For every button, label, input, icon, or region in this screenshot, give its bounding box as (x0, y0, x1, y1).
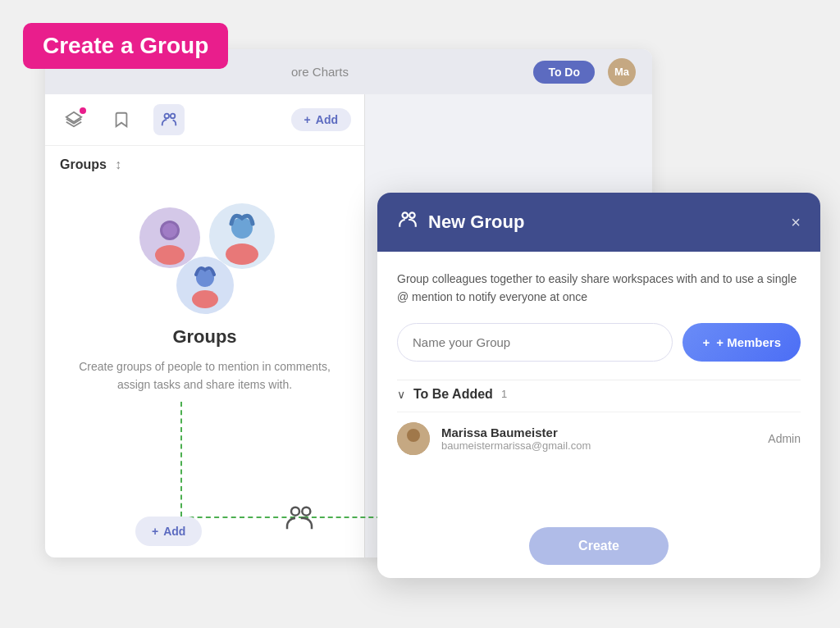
group-name-input[interactable] (397, 323, 673, 362)
member-avatar (397, 422, 430, 455)
modal-title: New Group (428, 212, 781, 233)
create-btn-label: Create (578, 539, 619, 553)
svg-point-21 (407, 429, 420, 442)
members-btn-label: + Members (716, 335, 781, 349)
svg-point-19 (409, 212, 415, 218)
member-name: Marissa Baumeister (441, 425, 756, 439)
groups-heading: Groups (60, 157, 107, 172)
svg-point-1 (165, 114, 170, 119)
badge-label: Create a Group (43, 33, 208, 58)
todo-label: To Do (548, 66, 580, 79)
modal-input-row: + + Members (397, 323, 801, 362)
members-button[interactable]: + + Members (682, 323, 801, 362)
person-3-icon (176, 257, 234, 314)
new-group-modal: New Group × Group colleagues together to… (377, 193, 820, 578)
modal-empty-area (397, 465, 801, 514)
avatar-initials: Ma (614, 66, 629, 78)
create-group-badge: Create a Group (23, 23, 228, 69)
group-person-icon (283, 502, 316, 542)
create-button[interactable]: Create (529, 527, 669, 565)
todo-badge[interactable]: To Do (533, 61, 595, 84)
groups-description: Create groups of people to mention in co… (78, 357, 331, 394)
modal-description: Group colleagues together to easily shar… (397, 270, 801, 307)
member-email: baumeistermarissa@gmail.com (441, 439, 756, 452)
modal-body: Group colleagues together to easily shar… (377, 252, 820, 514)
panel-tabs: + Add (45, 94, 364, 146)
svg-point-2 (171, 114, 176, 119)
tab-layers[interactable] (58, 104, 89, 135)
modal-close-button[interactable]: × (791, 213, 801, 232)
illustration-avatars (131, 203, 279, 310)
to-be-added-title: To Be Added (413, 387, 493, 402)
groups-panel: + Add Groups ↕ (45, 94, 365, 557)
groups-title: Groups (172, 326, 236, 348)
bottom-add-button[interactable]: + Add (135, 517, 202, 546)
chevron-down-icon[interactable]: ∨ (397, 388, 405, 401)
groups-illustration: Groups Create groups of people to mentio… (45, 179, 364, 419)
member-role: Admin (768, 432, 801, 445)
modal-header-icon (397, 209, 418, 235)
dashed-line-vertical (180, 402, 182, 517)
to-be-added-header: ∨ To Be Added 1 (397, 380, 801, 412)
to-be-added-count: 1 (501, 388, 507, 400)
modal-footer: Create (377, 514, 820, 578)
svg-point-12 (192, 290, 218, 308)
member-avatar-image (397, 422, 430, 455)
svg-point-18 (403, 212, 409, 218)
sort-icon[interactable]: ↕ (115, 157, 121, 172)
add-label: Add (316, 113, 338, 126)
svg-point-16 (291, 507, 299, 516)
svg-point-6 (162, 223, 177, 238)
topbar-title: ore Charts (291, 65, 349, 79)
user-avatar: Ma (608, 58, 636, 86)
modal-header: New Group × (377, 193, 820, 252)
tab-groups[interactable] (153, 104, 185, 135)
tab-bookmark[interactable] (106, 104, 137, 135)
add-button-panel[interactable]: + Add (291, 108, 351, 131)
svg-point-17 (302, 507, 310, 516)
bottom-add-label: Add (163, 525, 185, 538)
member-info: Marissa Baumeister baumeistermarissa@gma… (441, 425, 756, 452)
member-row: Marissa Baumeister baumeistermarissa@gma… (397, 412, 801, 465)
panel-header: Groups ↕ (45, 146, 364, 179)
